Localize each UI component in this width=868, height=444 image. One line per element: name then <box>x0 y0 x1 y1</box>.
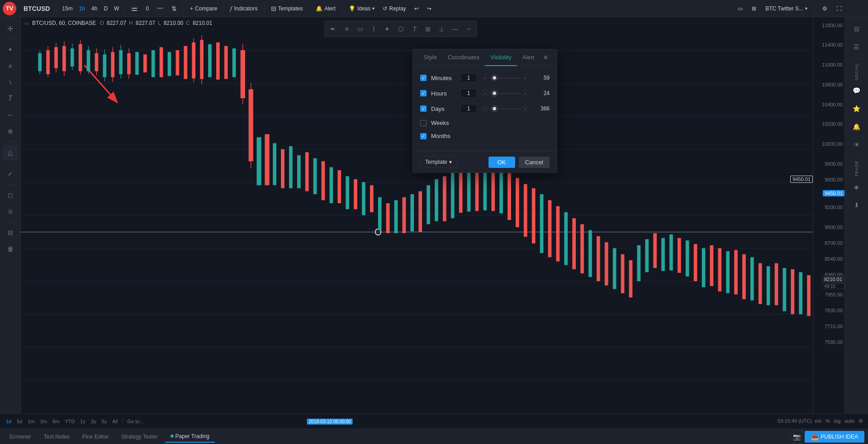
settings-icon-bottom[interactable]: ⚙ <box>857 418 864 424</box>
layout-button[interactable]: ⊞ <box>748 4 760 14</box>
draw-curve[interactable]: ⌇ <box>367 23 380 35</box>
crosshair-tool[interactable]: ✛ <box>3 21 18 36</box>
zoom-tool[interactable]: ⊕ <box>3 124 18 139</box>
social-star[interactable]: ⭐ <box>849 100 865 117</box>
draw-pen[interactable]: ✒ <box>327 23 339 35</box>
dialog-tab-coordinates[interactable]: Coordinates <box>442 49 485 66</box>
undo-button[interactable]: ↩ <box>411 4 422 14</box>
period-5y[interactable]: 5y <box>100 418 109 425</box>
dialog-close-button[interactable]: × <box>540 51 551 64</box>
watchlist-icon[interactable]: ⊟ <box>849 21 865 37</box>
ok-button[interactable]: OK <box>489 157 515 168</box>
auto-toggle[interactable]: auto <box>844 418 856 424</box>
hours-checkbox[interactable] <box>420 90 427 96</box>
days-slider-left[interactable]: ‹ <box>481 105 489 112</box>
social-chat[interactable]: 💬 <box>849 82 865 99</box>
period-3m[interactable]: 3m <box>38 418 49 425</box>
screener-icon[interactable]: ☰ <box>849 39 865 55</box>
dialog-tab-style[interactable]: Style <box>418 49 442 66</box>
candle-type-button[interactable]: ⇅ <box>168 3 180 14</box>
hours-slider[interactable]: ‹ › <box>481 90 529 97</box>
timeframe-D[interactable]: D <box>101 4 110 14</box>
replay-button[interactable]: ↺ Replay <box>379 4 409 14</box>
tab-strategy-tester[interactable]: Strategy Tester <box>116 431 163 442</box>
goto-button[interactable]: Go to... <box>125 418 146 425</box>
draw-text[interactable]: T <box>408 23 421 35</box>
log-toggle[interactable]: log <box>833 418 842 424</box>
line-tool[interactable]: ≡ <box>3 58 18 74</box>
tab-screener[interactable]: Screener <box>4 431 37 442</box>
minutes-slider-right[interactable]: › <box>522 74 529 81</box>
logo-button[interactable]: TV <box>3 2 16 15</box>
timeframe-4h[interactable]: 4h <box>89 4 100 14</box>
alert-button[interactable]: 🔔 Alert <box>312 4 339 14</box>
settings-button[interactable]: ⚙ <box>819 4 831 14</box>
dialog-tab-visibility[interactable]: Visibility <box>485 49 517 66</box>
template-button[interactable]: Template ▾ <box>420 156 457 168</box>
twitter-button[interactable]: BTC Twitter S... ▾ <box>762 4 811 14</box>
shapes-tool[interactable]: △ <box>3 145 18 160</box>
days-checkbox[interactable] <box>420 105 427 112</box>
period-1y[interactable]: 1y <box>78 418 88 425</box>
diagonal-tool[interactable]: / <box>3 75 18 90</box>
draw-horizontal[interactable]: — <box>449 23 461 35</box>
period-2y[interactable]: 2y <box>89 418 99 425</box>
text-tool[interactable]: T <box>3 91 18 106</box>
eraser-tool[interactable]: ◻ <box>3 187 18 203</box>
pct-toggle[interactable]: % <box>824 418 831 424</box>
period-1m[interactable]: 1m <box>26 418 37 425</box>
trade-icon2[interactable]: ⬇ <box>849 197 865 213</box>
tab-text-notes[interactable]: Text Notes <box>38 431 75 442</box>
watch-tool[interactable]: ◎ <box>3 204 18 219</box>
draw-lines[interactable]: ≡ <box>340 23 353 35</box>
period-ytd[interactable]: YTD <box>62 418 77 425</box>
camera-button[interactable]: 📷 <box>790 430 803 443</box>
days-slider[interactable]: ‹ › <box>481 105 529 112</box>
publish-idea-button[interactable]: 📤 PUBLISH IDEA <box>805 431 864 443</box>
trash-tool[interactable]: 🗑 <box>3 241 18 257</box>
cancel-button[interactable]: Cancel <box>519 157 550 168</box>
indicators-button[interactable]: 𝑓 Indicators <box>227 3 261 14</box>
minutes-slider-thumb[interactable] <box>492 75 497 81</box>
days-slider-right[interactable]: › <box>522 105 529 112</box>
period-all[interactable]: All <box>110 418 120 425</box>
timeframe-W[interactable]: W <box>111 4 122 14</box>
tab-paper-trading[interactable]: Paper Trading <box>165 431 215 443</box>
period-5d[interactable]: 5d <box>14 418 24 425</box>
days-min-input[interactable] <box>460 104 477 113</box>
redo-button[interactable]: ↪ <box>423 4 435 14</box>
timeframe-15m[interactable]: 15m <box>59 4 75 14</box>
dialog-tab-alert[interactable]: Alert <box>517 49 540 66</box>
fullscreen-button[interactable]: ⛶ <box>833 4 845 14</box>
minutes-slider[interactable]: ‹ › <box>481 74 529 81</box>
dot-tool[interactable]: • <box>3 42 18 57</box>
period-6m[interactable]: 6m <box>50 418 62 425</box>
hours-slider-thumb[interactable] <box>492 91 497 96</box>
measure-tool[interactable]: ↔ <box>3 107 18 123</box>
draw-rect[interactable]: ▭ <box>354 23 366 35</box>
layers-tool[interactable]: ⊟ <box>3 225 18 240</box>
ideas-button[interactable]: 💡 Ideas ▾ <box>345 4 378 14</box>
tab-pine-editor[interactable]: Pine Editor <box>76 431 114 442</box>
draw-table[interactable]: ⊞ <box>422 23 434 35</box>
hours-min-input[interactable] <box>460 89 477 98</box>
hours-slider-left[interactable]: ‹ <box>481 90 489 97</box>
templates-button[interactable]: ⊟ Templates <box>267 3 307 14</box>
minutes-slider-left[interactable]: ‹ <box>481 74 489 81</box>
minutes-min-input[interactable] <box>460 73 477 82</box>
ext-toggle[interactable]: ext <box>813 418 823 424</box>
trade-icon[interactable]: ◈ <box>849 179 865 195</box>
compare-button[interactable]: + Compare <box>186 4 221 14</box>
chart-type-button[interactable]: 〰 <box>153 3 167 14</box>
draw-dashed[interactable]: ╌ <box>462 23 475 35</box>
weeks-checkbox[interactable] <box>420 120 427 126</box>
social-bell[interactable]: 🔔 <box>849 119 865 135</box>
days-slider-thumb[interactable] <box>492 106 497 111</box>
check-tool[interactable]: ✓ <box>3 166 18 181</box>
draw-vertical[interactable]: ⊥ <box>435 23 448 35</box>
months-checkbox[interactable] <box>420 133 427 139</box>
symbol-selector[interactable]: BTCUSD <box>20 3 53 14</box>
bar-style-button[interactable]: 0 <box>142 4 152 14</box>
period-1d[interactable]: 1d <box>4 418 14 425</box>
timeframe-1h[interactable]: 1h <box>76 4 88 14</box>
